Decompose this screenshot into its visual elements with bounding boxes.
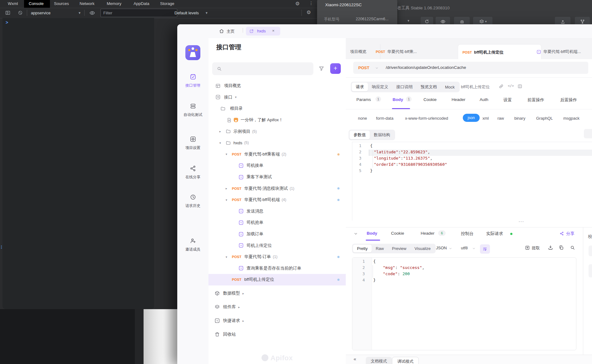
body-type-binary[interactable]: binary: [514, 116, 525, 121]
body-type-x-www-form-urlencoded[interactable]: x-www-form-urlencoded: [405, 116, 448, 121]
format-dropdown[interactable]: JSON: [436, 246, 447, 250]
rail-button[interactable]: [589, 264, 592, 277]
extract-icon[interactable]: [525, 245, 530, 250]
eye-icon[interactable]: [89, 10, 95, 16]
value-tab[interactable]: 参数值: [350, 131, 370, 139]
doc-tab-2[interactable]: POSTbff司机上传定位: [458, 44, 541, 60]
tree-item[interactable]: ▾POST华夏代驾-bff司机端(4): [208, 194, 346, 206]
console-output[interactable]: >: [2, 18, 154, 309]
tree-item[interactable]: 查询乘客是否存在当前的订单: [208, 263, 346, 274]
sidebar-item-3[interactable]: 在线分享: [177, 165, 208, 180]
mode-tab[interactable]: 预览文档: [417, 83, 441, 91]
download-icon[interactable]: [548, 245, 553, 250]
panel-nav-trash[interactable]: 回收站: [208, 328, 346, 341]
clear-console-icon[interactable]: [18, 10, 23, 15]
mode-tab[interactable]: 请求: [352, 83, 368, 91]
view-tab-Pretty[interactable]: Pretty: [353, 245, 372, 252]
body-type-json[interactable]: json: [463, 114, 480, 122]
code-icon[interactable]: </>: [508, 84, 514, 88]
collapse-response-icon[interactable]: [354, 232, 358, 236]
response-tab-Cookie[interactable]: Cookie: [391, 231, 404, 236]
sidebar-item-2[interactable]: 项目设置: [177, 136, 208, 151]
sidebar-item-4[interactable]: 请求历史: [177, 194, 208, 208]
tree-item[interactable]: 根目录: [208, 103, 346, 114]
search-input[interactable]: [212, 62, 313, 75]
doc-tab-1[interactable]: POST华夏代驾-bff乘...: [371, 44, 467, 59]
panel-nav-zapsq[interactable]: 快捷请求▸: [208, 314, 346, 328]
response-tab-控制台[interactable]: 控制台: [461, 231, 474, 237]
filter-input[interactable]: [100, 9, 177, 17]
caret-right-icon[interactable]: ▸: [219, 130, 223, 133]
mode-tab[interactable]: Mock: [441, 83, 459, 91]
search-response-icon[interactable]: [570, 245, 575, 250]
tree-item[interactable]: 加载订单: [208, 228, 346, 240]
tree-item[interactable]: 接口▾: [208, 92, 346, 103]
extract-button[interactable]: 提取: [532, 245, 540, 251]
request-url[interactable]: /driver/location/updateOrderLocationCach…: [386, 65, 466, 70]
body-type-GraphQL[interactable]: GraphQL: [536, 116, 553, 121]
request-tab-设置[interactable]: 设置: [503, 97, 512, 103]
response-tab-Body[interactable]: Body: [367, 231, 377, 236]
caret-down-icon[interactable]: ▾: [219, 141, 223, 145]
response-tab-实际请求[interactable]: 实际请求: [486, 231, 503, 237]
collapse-sidebar-icon[interactable]: «: [354, 356, 356, 362]
caret-down-icon[interactable]: ▾: [226, 255, 229, 259]
tree-item[interactable]: 发送消息: [208, 206, 346, 217]
columns-icon[interactable]: [517, 84, 522, 89]
caret-down-icon[interactable]: ▾: [226, 152, 229, 156]
body-type-xml[interactable]: xml: [482, 116, 489, 121]
sidebar-item-0[interactable]: 接口管理: [177, 74, 208, 88]
view-tab-Raw[interactable]: Raw: [372, 245, 388, 252]
console-settings-icon[interactable]: ⚙: [306, 9, 311, 15]
footer-mode-调试模式[interactable]: 调试模式: [392, 357, 419, 364]
request-tab-Params[interactable]: Params: [356, 97, 371, 102]
request-body-editor[interactable]: 1{2"latitude":"22.859623",3"longitude":"…: [352, 142, 592, 221]
devtools-tab-appdata[interactable]: AppData: [134, 1, 149, 6]
tree-item[interactable]: ▾POST华夏代驾-订单(1): [208, 251, 346, 263]
sidebar-item-1[interactable]: 自动化测试: [177, 103, 208, 117]
home-icon[interactable]: [219, 28, 224, 34]
view-tab-Preview[interactable]: Preview: [388, 245, 410, 252]
devtools-tab-network[interactable]: Network: [80, 1, 95, 6]
panel-nav-cube[interactable]: 数据模型▸: [208, 286, 346, 300]
tree-item[interactable]: M一分钟，了解 Apifox！: [208, 114, 346, 126]
devtools-settings-icon[interactable]: ⚙: [295, 1, 300, 7]
clear-body-button[interactable]: [584, 129, 592, 138]
encoding-dropdown[interactable]: utf8: [461, 246, 468, 250]
word-wrap-button[interactable]: [480, 244, 490, 254]
body-type-msgpack[interactable]: msgpack: [563, 116, 580, 121]
mode-tab[interactable]: 接口说明: [392, 83, 417, 91]
toolbar-caret-icon[interactable]: ▾: [408, 19, 409, 23]
url-bar[interactable]: POST /driver/location/updateOrderLocatio…: [353, 62, 588, 74]
tree-item[interactable]: ▾POST华夏代驾-bff乘客端(2): [208, 149, 346, 160]
response-tab-Header[interactable]: Header: [421, 231, 434, 236]
dock-side-icon[interactable]: [5, 10, 11, 16]
share-icon[interactable]: [560, 231, 564, 236]
body-type-form-data[interactable]: form-data: [376, 116, 394, 121]
context-selector[interactable]: appservice: [31, 11, 51, 15]
request-tab-Cookie[interactable]: Cookie: [423, 97, 437, 102]
home-tab[interactable]: 主页: [227, 29, 235, 34]
tree-item[interactable]: ▸示例项目(5): [208, 126, 346, 137]
devtools-tab-wxml[interactable]: Wxml: [8, 1, 18, 6]
response-body-viewer[interactable]: 1{2"msg": "success",3"code": 2004}: [352, 257, 576, 350]
copy-icon[interactable]: [559, 245, 564, 250]
apifox-logo[interactable]: [185, 45, 200, 60]
caret-down-icon[interactable]: ▾: [226, 198, 229, 202]
project-tab-hxds[interactable]: hxds ×: [246, 27, 280, 36]
view-tab-Visualize[interactable]: Visualize: [410, 245, 435, 252]
devtools-tab-sources[interactable]: Sources: [54, 1, 69, 6]
rail-button[interactable]: [589, 246, 592, 256]
close-tab-icon[interactable]: ×: [272, 28, 275, 33]
tree-item[interactable]: 项目概览: [208, 80, 346, 92]
filter-funnel-icon[interactable]: [318, 65, 325, 72]
tree-item[interactable]: 司机上传定位: [208, 240, 346, 251]
request-tab-Body[interactable]: Body: [393, 97, 403, 102]
pane-resize-handle[interactable]: ⋯: [518, 218, 525, 225]
devtools-tab-memory[interactable]: Memory: [107, 1, 121, 6]
tree-item[interactable]: 乘客下单测试: [208, 171, 346, 183]
devtools-tab-console[interactable]: Console: [24, 0, 50, 8]
request-tab-Header[interactable]: Header: [452, 97, 465, 102]
value-tab[interactable]: 数据结构: [370, 131, 394, 139]
share-link[interactable]: 分享: [566, 231, 575, 237]
